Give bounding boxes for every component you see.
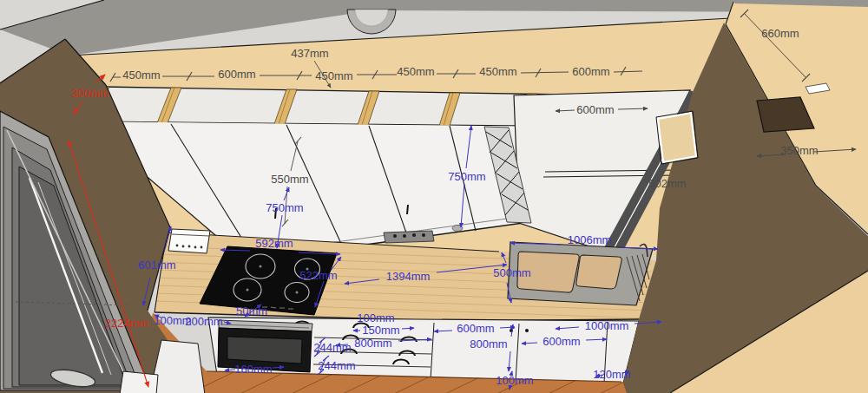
dim-label-50mm: 50mm — [236, 305, 267, 317]
kitchen-3d-view: 437mm 450mm 600mm 450mm 450mm 450mm 600m… — [0, 0, 868, 393]
dim-label-150mm: 150mm — [362, 324, 399, 336]
dim-label-550mm: 550mm — [271, 174, 308, 185]
dim-label-600mm-5: 600mm — [542, 336, 580, 347]
dim-label-600mm-4: 600mm — [457, 323, 494, 334]
dim-label-800mm-1: 800mm — [354, 337, 391, 349]
dim-label-244mm-1: 244mm — [313, 342, 351, 353]
dim-label-120mm: 120mm — [593, 369, 630, 380]
kitchen-scene — [0, 0, 868, 393]
dim-label-160mm: 160mm — [234, 364, 272, 375]
dim-label-800mm-2: 800mm — [470, 338, 507, 350]
dim-label-350mm: 350mm — [780, 145, 818, 156]
dim-label-437mm: 437mm — [291, 48, 328, 59]
dim-label-660mm: 660mm — [761, 28, 799, 39]
dim-label-522mm: 522mm — [299, 270, 337, 281]
dim-label-1394mm: 1394mm — [386, 271, 431, 282]
dim-label-600mm-1: 600mm — [218, 69, 255, 80]
dim-label-601mm: 601mm — [138, 259, 175, 271]
dim-label-600mm-2: 600mm — [572, 66, 609, 77]
dim-label-100mm-2: 100mm — [357, 312, 394, 324]
dim-label-200mm: 200mm — [185, 316, 222, 327]
dim-label-450mm-1: 450mm — [122, 69, 160, 81]
dim-label-450mm-3: 450mm — [397, 66, 434, 77]
dim-label-1000mm: 1000mm — [585, 320, 629, 331]
dim-label-100mm-3: 100mm — [496, 375, 533, 386]
dim-label-502mm: 502mm — [648, 178, 686, 189]
dim-label-592mm: 592mm — [255, 238, 293, 249]
hob-control-shelf — [384, 231, 434, 243]
dim-label-450mm-2: 450mm — [315, 70, 352, 82]
dim-label-750mm-2: 750mm — [266, 202, 303, 213]
dim-label-750mm-1: 750mm — [448, 171, 485, 182]
dim-label-2224mm: 2224mm — [105, 318, 149, 329]
dim-label-600mm-3: 600mm — [576, 104, 614, 115]
dim-label-500mm: 500mm — [493, 267, 530, 278]
dim-label-1006mm: 1006mm — [568, 234, 612, 246]
dim-label-300mm: 300mm — [71, 88, 108, 99]
switch-box — [168, 229, 210, 253]
dim-label-244mm-2: 244mm — [318, 360, 355, 371]
dim-label-450mm-4: 450mm — [479, 66, 516, 77]
